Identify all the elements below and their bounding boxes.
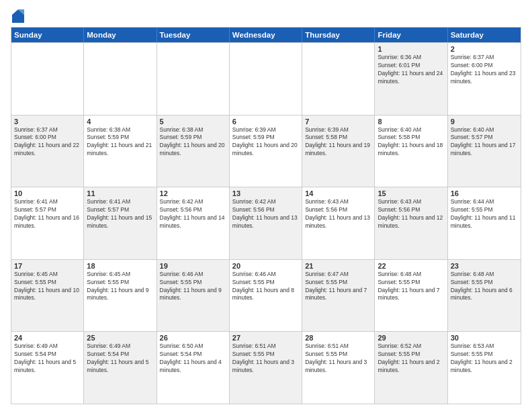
cal-cell-empty-0-4 (302, 43, 375, 115)
day-number: 27 (232, 334, 299, 342)
day-info: Sunrise: 6:39 AM Sunset: 5:59 PM Dayligh… (232, 126, 299, 158)
day-number: 1 (378, 45, 444, 53)
cal-cell-22: 22Sunrise: 6:48 AM Sunset: 5:55 PM Dayli… (375, 260, 447, 332)
cal-cell-20: 20Sunrise: 6:46 AM Sunset: 5:55 PM Dayli… (230, 260, 302, 332)
day-number: 17 (14, 262, 81, 270)
day-info: Sunrise: 6:45 AM Sunset: 5:55 PM Dayligh… (14, 271, 81, 303)
cal-header-saturday: Saturday (448, 28, 521, 42)
cal-cell-18: 18Sunrise: 6:45 AM Sunset: 5:55 PM Dayli… (84, 260, 157, 332)
day-number: 19 (160, 262, 226, 270)
cal-cell-8: 8Sunrise: 6:40 AM Sunset: 5:58 PM Daylig… (375, 116, 447, 187)
day-info: Sunrise: 6:39 AM Sunset: 5:58 PM Dayligh… (305, 126, 371, 158)
cal-cell-14: 14Sunrise: 6:43 AM Sunset: 5:56 PM Dayli… (302, 187, 375, 259)
day-number: 2 (451, 45, 518, 53)
day-number: 16 (451, 189, 518, 197)
day-info: Sunrise: 6:51 AM Sunset: 5:55 PM Dayligh… (232, 342, 299, 375)
day-number: 3 (14, 118, 81, 126)
cal-cell-21: 21Sunrise: 6:47 AM Sunset: 5:55 PM Dayli… (302, 260, 375, 332)
cal-cell-28: 28Sunrise: 6:51 AM Sunset: 5:55 PM Dayli… (302, 332, 375, 404)
cal-cell-30: 30Sunrise: 6:53 AM Sunset: 5:55 PM Dayli… (448, 332, 521, 404)
cal-week-2: 3Sunrise: 6:37 AM Sunset: 6:00 PM Daylig… (11, 115, 521, 187)
cal-cell-10: 10Sunrise: 6:41 AM Sunset: 5:57 PM Dayli… (11, 187, 84, 259)
logo-icon (12, 9, 24, 23)
day-number: 7 (305, 118, 371, 126)
day-number: 24 (14, 334, 81, 342)
cal-cell-2: 2Sunrise: 6:37 AM Sunset: 6:00 PM Daylig… (448, 43, 521, 115)
day-number: 9 (451, 118, 518, 126)
cal-cell-24: 24Sunrise: 6:49 AM Sunset: 5:54 PM Dayli… (11, 332, 84, 404)
cal-cell-6: 6Sunrise: 6:39 AM Sunset: 5:59 PM Daylig… (230, 116, 302, 187)
day-info: Sunrise: 6:43 AM Sunset: 5:56 PM Dayligh… (378, 198, 444, 230)
day-info: Sunrise: 6:41 AM Sunset: 5:57 PM Dayligh… (87, 198, 153, 230)
logo (11, 11, 24, 23)
cal-header-wednesday: Wednesday (230, 28, 302, 42)
day-info: Sunrise: 6:38 AM Sunset: 5:59 PM Dayligh… (87, 126, 153, 158)
day-number: 29 (378, 334, 444, 342)
cal-week-1: 1Sunrise: 6:36 AM Sunset: 6:01 PM Daylig… (11, 42, 521, 115)
header (11, 8, 521, 23)
cal-header-thursday: Thursday (302, 28, 375, 42)
cal-cell-empty-0-2 (157, 43, 230, 115)
day-number: 12 (160, 189, 226, 197)
day-number: 6 (232, 118, 299, 126)
cal-header-friday: Friday (375, 28, 447, 42)
day-info: Sunrise: 6:36 AM Sunset: 6:01 PM Dayligh… (378, 54, 444, 86)
cal-cell-empty-0-3 (230, 43, 302, 115)
cal-cell-16: 16Sunrise: 6:44 AM Sunset: 5:55 PM Dayli… (448, 187, 521, 259)
day-info: Sunrise: 6:53 AM Sunset: 5:55 PM Dayligh… (451, 342, 518, 375)
cal-cell-12: 12Sunrise: 6:42 AM Sunset: 5:56 PM Dayli… (157, 187, 230, 259)
cal-cell-1: 1Sunrise: 6:36 AM Sunset: 6:01 PM Daylig… (375, 43, 447, 115)
page: SundayMondayTuesdayWednesdayThursdayFrid… (0, 0, 532, 411)
cal-cell-25: 25Sunrise: 6:49 AM Sunset: 5:54 PM Dayli… (84, 332, 157, 404)
day-info: Sunrise: 6:49 AM Sunset: 5:54 PM Dayligh… (14, 342, 81, 375)
day-info: Sunrise: 6:45 AM Sunset: 5:55 PM Dayligh… (87, 271, 153, 303)
cal-cell-13: 13Sunrise: 6:42 AM Sunset: 5:56 PM Dayli… (230, 187, 302, 259)
day-info: Sunrise: 6:37 AM Sunset: 6:00 PM Dayligh… (451, 54, 518, 86)
cal-cell-4: 4Sunrise: 6:38 AM Sunset: 5:59 PM Daylig… (84, 116, 157, 187)
day-info: Sunrise: 6:47 AM Sunset: 5:55 PM Dayligh… (305, 271, 371, 303)
day-info: Sunrise: 6:42 AM Sunset: 5:56 PM Dayligh… (160, 198, 226, 230)
day-number: 25 (87, 334, 153, 342)
day-info: Sunrise: 6:48 AM Sunset: 5:55 PM Dayligh… (451, 271, 518, 303)
day-info: Sunrise: 6:51 AM Sunset: 5:55 PM Dayligh… (305, 342, 371, 375)
cal-cell-26: 26Sunrise: 6:50 AM Sunset: 5:54 PM Dayli… (157, 332, 230, 404)
day-info: Sunrise: 6:46 AM Sunset: 5:55 PM Dayligh… (160, 271, 226, 303)
calendar-header-row: SundayMondayTuesdayWednesdayThursdayFrid… (11, 28, 521, 42)
cal-cell-7: 7Sunrise: 6:39 AM Sunset: 5:58 PM Daylig… (302, 116, 375, 187)
cal-cell-9: 9Sunrise: 6:40 AM Sunset: 5:57 PM Daylig… (448, 116, 521, 187)
day-number: 5 (160, 118, 226, 126)
cal-cell-15: 15Sunrise: 6:43 AM Sunset: 5:56 PM Dayli… (375, 187, 447, 259)
day-info: Sunrise: 6:40 AM Sunset: 5:58 PM Dayligh… (378, 126, 444, 158)
day-number: 4 (87, 118, 153, 126)
cal-cell-27: 27Sunrise: 6:51 AM Sunset: 5:55 PM Dayli… (230, 332, 302, 404)
day-info: Sunrise: 6:49 AM Sunset: 5:54 PM Dayligh… (87, 342, 153, 375)
cal-cell-29: 29Sunrise: 6:52 AM Sunset: 5:55 PM Dayli… (375, 332, 447, 404)
day-number: 11 (87, 189, 153, 197)
day-number: 23 (451, 262, 518, 270)
cal-cell-17: 17Sunrise: 6:45 AM Sunset: 5:55 PM Dayli… (11, 260, 84, 332)
cal-week-5: 24Sunrise: 6:49 AM Sunset: 5:54 PM Dayli… (11, 331, 521, 404)
day-number: 13 (232, 189, 299, 197)
cal-week-4: 17Sunrise: 6:45 AM Sunset: 5:55 PM Dayli… (11, 259, 521, 332)
calendar-body: 1Sunrise: 6:36 AM Sunset: 6:01 PM Daylig… (11, 42, 521, 404)
day-info: Sunrise: 6:50 AM Sunset: 5:54 PM Dayligh… (160, 342, 226, 375)
cal-week-3: 10Sunrise: 6:41 AM Sunset: 5:57 PM Dayli… (11, 187, 521, 259)
cal-header-sunday: Sunday (11, 28, 84, 42)
day-number: 15 (378, 189, 444, 197)
day-info: Sunrise: 6:43 AM Sunset: 5:56 PM Dayligh… (305, 198, 371, 230)
day-info: Sunrise: 6:37 AM Sunset: 6:00 PM Dayligh… (14, 126, 81, 158)
cal-cell-3: 3Sunrise: 6:37 AM Sunset: 6:00 PM Daylig… (11, 116, 84, 187)
cal-cell-empty-0-0 (11, 43, 84, 115)
cal-cell-5: 5Sunrise: 6:38 AM Sunset: 5:59 PM Daylig… (157, 116, 230, 187)
day-info: Sunrise: 6:48 AM Sunset: 5:55 PM Dayligh… (378, 271, 444, 303)
day-info: Sunrise: 6:41 AM Sunset: 5:57 PM Dayligh… (14, 198, 81, 230)
cal-cell-19: 19Sunrise: 6:46 AM Sunset: 5:55 PM Dayli… (157, 260, 230, 332)
day-info: Sunrise: 6:46 AM Sunset: 5:55 PM Dayligh… (232, 271, 299, 303)
cal-header-monday: Monday (84, 28, 157, 42)
day-number: 21 (305, 262, 371, 270)
cal-header-tuesday: Tuesday (157, 28, 230, 42)
day-info: Sunrise: 6:42 AM Sunset: 5:56 PM Dayligh… (232, 198, 299, 230)
day-number: 20 (232, 262, 299, 270)
day-number: 28 (305, 334, 371, 342)
day-info: Sunrise: 6:38 AM Sunset: 5:59 PM Dayligh… (160, 126, 226, 158)
